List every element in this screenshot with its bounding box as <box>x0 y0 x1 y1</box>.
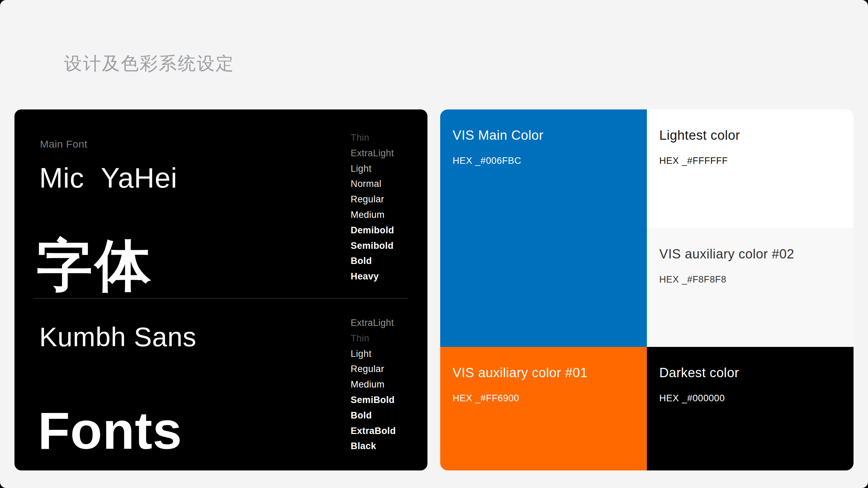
card-title: VIS auxiliary color #02 <box>659 246 843 262</box>
weight-item: Light <box>351 346 396 362</box>
main-font-label: Main Font <box>40 138 87 150</box>
weight-item: Medium <box>351 207 394 223</box>
font-specimen-panel: Main Font Mic YaHei 字体 Kumbh Sans Fonts … <box>14 109 427 470</box>
card-hex-value: HEX _#FF6900 <box>453 392 637 404</box>
weight-item: ExtraLight <box>351 315 396 331</box>
page-title: 设计及色彩系统设定 <box>64 52 235 76</box>
primary-font-name: Mic YaHei <box>39 162 177 194</box>
card-hex-value: HEX _#006FBC <box>453 155 637 167</box>
weight-item: Thin <box>351 331 396 346</box>
weight-item: Heavy <box>351 269 394 284</box>
card-title: Lightest color <box>659 127 843 143</box>
color-card-aux-01: VIS auxiliary color #01 HEX _#FF6900 <box>440 347 647 470</box>
weight-item: Bold <box>351 253 394 269</box>
card-hex-value: HEX _#FFFFFF <box>659 155 843 167</box>
weight-item: ExtraBold <box>351 423 396 439</box>
page-background: 设计及色彩系统设定 Main Font Mic YaHei 字体 Kumbh S… <box>0 0 868 488</box>
color-card-grid: VIS Main Color HEX _#006FBC VIS auxiliar… <box>440 109 854 470</box>
secondary-font-specimen-en: Fonts <box>38 401 182 461</box>
color-card-lightest: Lightest color HEX _#FFFFFF <box>647 109 854 228</box>
weight-item: Black <box>351 438 396 454</box>
card-title: VIS Main Color <box>453 127 637 143</box>
weight-item: Normal <box>351 176 394 192</box>
primary-font-specimen-cn: 字体 <box>37 233 154 297</box>
weight-item: Semibold <box>351 238 394 254</box>
primary-weight-list: ThinExtraLightLightNormalRegularMediumDe… <box>351 130 394 284</box>
secondary-weight-list: ExtraLightThinLightRegularMediumSemiBold… <box>351 315 396 454</box>
card-hex-value: HEX _#000000 <box>659 392 843 404</box>
card-column-right: Lightest color HEX _#FFFFFF VIS auxiliar… <box>647 109 854 470</box>
weight-item: Demibold <box>351 223 394 238</box>
card-column-left: VIS Main Color HEX _#006FBC VIS auxiliar… <box>440 109 647 470</box>
weight-item: Medium <box>351 377 396 392</box>
weight-item: Bold <box>351 408 396 423</box>
weight-item: ExtraLight <box>351 146 394 161</box>
card-hex-value: HEX _#F8F8F8 <box>659 274 843 285</box>
weight-item: Regular <box>351 361 396 377</box>
weight-item: Light <box>351 161 394 177</box>
weight-item: Regular <box>351 192 394 207</box>
color-card-vis-main: VIS Main Color HEX _#006FBC <box>440 109 647 347</box>
card-title: VIS auxiliary color #01 <box>453 365 637 381</box>
secondary-font-name: Kumbh Sans <box>39 321 197 353</box>
weight-item: Thin <box>351 130 394 146</box>
weight-item: SemiBold <box>351 392 396 408</box>
color-card-darkest: Darkest color HEX _#000000 <box>647 347 854 470</box>
color-card-aux-02: VIS auxiliary color #02 HEX _#F8F8F8 <box>647 228 854 347</box>
card-title: Darkest color <box>659 365 843 381</box>
panel-divider <box>34 298 408 299</box>
